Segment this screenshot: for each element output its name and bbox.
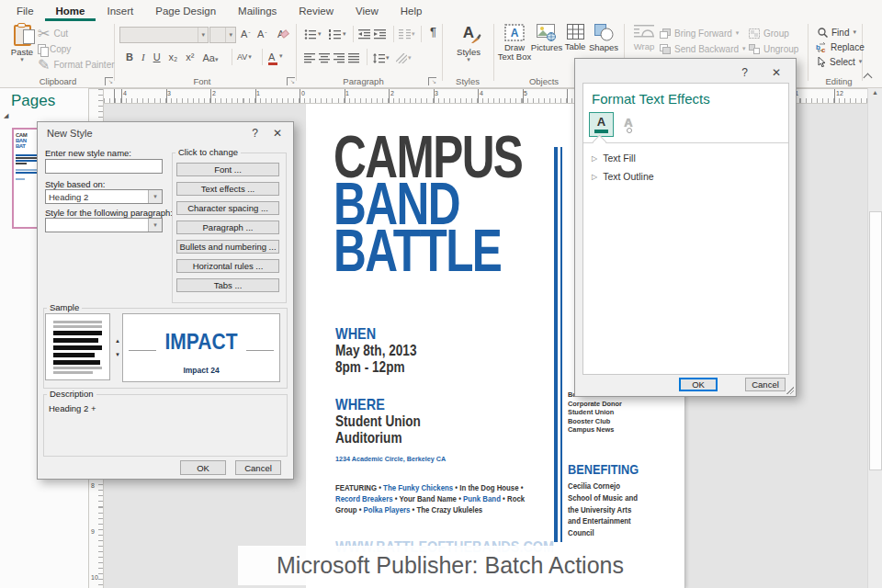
format-painter-button[interactable]: ✎ Format Painter: [38, 58, 115, 71]
character-spacing-change-button[interactable]: Character spacing ...: [176, 201, 279, 215]
table-button[interactable]: Table: [562, 24, 588, 51]
sample-up-arrow[interactable]: ▲: [115, 338, 120, 344]
new-style-dialog[interactable]: New Style ? ✕ Enter new style name: Styl…: [37, 121, 294, 480]
copy-button[interactable]: Copy: [38, 42, 71, 55]
shapes-button[interactable]: Shapes: [589, 24, 618, 52]
text-outline-section[interactable]: ▷ Text Outline: [592, 171, 654, 182]
ok-button[interactable]: OK: [180, 460, 226, 475]
paragraph-group-label: Paragraph: [329, 76, 398, 86]
sample-down-arrow[interactable]: ▼: [115, 352, 120, 357]
font-name-combo[interactable]: ▾: [119, 27, 209, 43]
vertical-scrollbar[interactable]: ▲: [867, 87, 882, 588]
horizontal-rules-button[interactable]: Horizontal rules ...: [176, 259, 279, 273]
tab-insert[interactable]: Insert: [96, 2, 144, 21]
close-icon[interactable]: ✕: [273, 127, 282, 140]
tab-file[interactable]: File: [6, 2, 45, 21]
paragraph-change-button[interactable]: Paragraph ...: [176, 220, 279, 234]
columns-icon: [399, 29, 411, 40]
bring-forward-button[interactable]: Bring Forward▾: [660, 27, 739, 40]
align-right-icon[interactable]: [334, 53, 345, 63]
group-button[interactable]: Group: [749, 27, 789, 40]
tab-mailings[interactable]: Mailings: [227, 2, 288, 21]
change-case-button[interactable]: Aa▾: [203, 49, 219, 65]
scroll-up-arrow-icon[interactable]: ▲: [868, 89, 882, 96]
benefiting-block: BENEFITING Cecilia Cornejo School of Mus…: [568, 461, 673, 539]
decrease-indent-button[interactable]: [358, 28, 370, 40]
tabs-change-button[interactable]: Tabs ...: [176, 278, 279, 292]
cancel-button[interactable]: Cancel: [235, 460, 281, 475]
pictures-button[interactable]: Pictures: [531, 24, 562, 52]
clear-formatting-button[interactable]: A: [277, 28, 288, 40]
italic-button[interactable]: I: [141, 51, 145, 62]
find-button[interactable]: Find▾: [818, 26, 856, 39]
search-icon: [818, 28, 828, 38]
superscript-button[interactable]: x²: [186, 51, 194, 62]
shrink-font-button[interactable]: Aˇ: [257, 28, 267, 40]
tab-help[interactable]: Help: [390, 2, 434, 21]
ok-button[interactable]: OK: [679, 378, 718, 391]
justify-icon[interactable]: [348, 53, 359, 63]
text-fill-section[interactable]: ▷ Text Fill: [592, 153, 636, 164]
text-outline-effects-icon[interactable]: A: [618, 114, 639, 134]
underline-button[interactable]: U: [153, 51, 161, 62]
character-spacing-button[interactable]: AV▾: [237, 51, 252, 63]
help-icon[interactable]: ?: [741, 66, 748, 79]
format-text-effects-dialog[interactable]: ? ✕ Format Text Effects A A ▷ Text Fill …: [574, 58, 797, 397]
shading-button[interactable]: ▾: [396, 51, 412, 64]
tab-review[interactable]: Review: [288, 2, 345, 21]
tab-view[interactable]: View: [345, 2, 390, 21]
clipboard-group-label: Clipboard: [26, 76, 90, 86]
paste-clipboard-icon: [14, 25, 31, 46]
paragraph-dialog-launcher[interactable]: ↘: [428, 77, 436, 85]
scrollbar-thumb[interactable]: [869, 211, 882, 470]
columns-button[interactable]: ▾: [399, 28, 415, 40]
style-name-input[interactable]: [45, 159, 163, 174]
replace-icon: bc: [816, 42, 827, 52]
tab-home[interactable]: Home: [45, 2, 96, 21]
resize-grip[interactable]: [786, 387, 794, 394]
numbering-button[interactable]: ▾: [329, 28, 346, 40]
ungroup-icon: [749, 44, 760, 54]
text-effects-button[interactable]: Text effects ...: [176, 182, 279, 196]
when-date: May 8th, 2013: [335, 343, 416, 358]
font-dialog-launcher[interactable]: ↘: [287, 77, 295, 85]
style-preview-caption: Impact 24: [123, 366, 279, 375]
tab-page-design[interactable]: Page Design: [144, 2, 227, 21]
cut-button[interactable]: ✂ Cut: [38, 27, 68, 40]
align-left-icon[interactable]: [304, 53, 315, 63]
replace-button[interactable]: bc Replace: [816, 40, 865, 53]
following-paragraph-combo[interactable]: ▾: [45, 218, 163, 232]
subscript-button[interactable]: x₂: [169, 51, 178, 62]
ruler-number: 0: [301, 90, 305, 96]
click-to-change-label: Click to change: [175, 147, 241, 157]
help-icon[interactable]: ?: [252, 127, 258, 140]
text-fill-effects-icon[interactable]: A: [589, 112, 614, 137]
bullets-button[interactable]: ▾: [304, 28, 322, 40]
poster-divider-rule: [554, 147, 558, 542]
bullets-numbering-button[interactable]: Bullets and numbering ...: [176, 240, 279, 254]
grow-font-button[interactable]: Aˆ: [241, 28, 251, 40]
font-change-button[interactable]: Font ...: [176, 163, 279, 176]
ungroup-button[interactable]: Ungroup: [749, 42, 798, 55]
line-spacing-button[interactable]: ▾: [373, 51, 390, 64]
show-formatting-marks-button[interactable]: ¶: [430, 25, 436, 39]
bold-button[interactable]: B: [126, 51, 133, 62]
font-size-combo[interactable]: ▾: [209, 27, 236, 43]
based-on-combo[interactable]: Heading 2 ▾: [45, 189, 163, 204]
close-icon[interactable]: ✕: [772, 66, 781, 79]
styles-button[interactable]: A Styles ▾: [447, 24, 490, 62]
cancel-button[interactable]: Cancel: [745, 378, 786, 391]
align-center-icon[interactable]: [319, 53, 330, 63]
increase-indent-button[interactable]: [374, 28, 386, 40]
draw-text-box-button[interactable]: A DrawText Box: [497, 24, 532, 62]
chevron-down-icon: ▾: [225, 28, 235, 42]
wrap-text-button[interactable]: Wrap: [628, 24, 660, 51]
clipboard-dialog-launcher[interactable]: ↘: [105, 77, 113, 85]
send-backward-button[interactable]: Send Backward▾: [660, 42, 746, 55]
paste-button[interactable]: Paste ▾: [7, 25, 37, 62]
ruler-number: 8: [91, 482, 95, 489]
ruler-number: 1: [345, 90, 349, 96]
select-button[interactable]: Select▾: [818, 55, 862, 68]
font-color-button[interactable]: A ▾: [268, 50, 283, 62]
pages-collapse-icon[interactable]: ◢: [4, 112, 8, 119]
